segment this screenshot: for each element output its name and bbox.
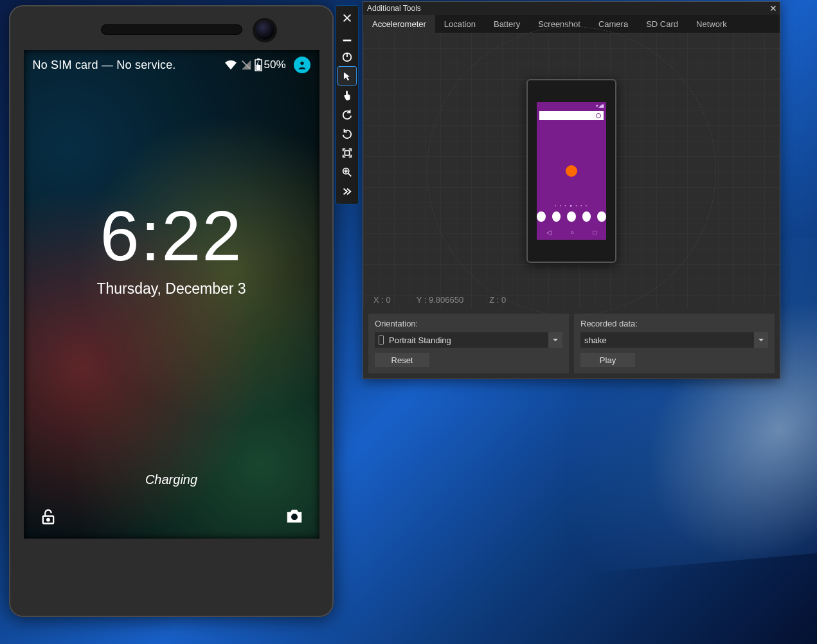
accel-y: Y : 9.806650 <box>417 295 464 305</box>
user-avatar-icon[interactable] <box>294 57 310 73</box>
toolbar-zoom-button[interactable] <box>338 163 356 181</box>
svg-line-13 <box>348 174 352 177</box>
orientation-phone-icon <box>379 335 384 344</box>
accelerometer-readout: X : 0 Y : 9.806650 Z : 0 <box>373 295 506 305</box>
orientation-dropdown[interactable]: Portrait Standing <box>375 332 562 348</box>
accelerometer-area[interactable]: ▾◢▮ • • • ● • • • ◁○□ X : 0 Y : 9.806650… <box>363 33 780 309</box>
accelerometer-phone[interactable]: ▾◢▮ • • • ● • • • ◁○□ <box>526 79 616 263</box>
svg-rect-11 <box>345 150 349 155</box>
battery-percent: 50% <box>264 58 285 71</box>
svg-point-6 <box>47 519 49 521</box>
toolbar-power-button[interactable] <box>338 48 356 66</box>
toolbar-rotate-left-button[interactable] <box>338 105 356 123</box>
mini-status-bar: ▾◢▮ <box>537 102 606 110</box>
wifi-icon <box>224 59 238 71</box>
accelerometer-phone-screen: ▾◢▮ • • • ● • • • ◁○□ <box>537 102 606 240</box>
mini-search-bar <box>539 111 604 120</box>
panel-title-label: Additional Tools <box>367 4 421 13</box>
status-text: No SIM card — No service. <box>33 58 176 72</box>
accel-z: Z : 0 <box>489 295 506 305</box>
accel-x: X : 0 <box>373 295 391 305</box>
toolbar-rotate-right-button[interactable] <box>338 125 356 143</box>
svg-point-7 <box>291 514 298 520</box>
recorded-data-play-button[interactable]: Play <box>580 353 635 367</box>
tab-accelerometer[interactable]: Accelerometer <box>363 15 435 33</box>
recorded-data-subpanel: Recorded data: shake Play <box>574 314 775 373</box>
device-screen[interactable]: No SIM card — No service. 50% 6:22 Thurs… <box>24 50 319 539</box>
camera-shortcut-icon[interactable] <box>285 508 304 528</box>
panel-close-button[interactable]: ✕ <box>769 3 777 13</box>
recorded-data-dropdown[interactable]: shake <box>580 332 768 348</box>
mini-hotseat <box>537 211 606 222</box>
recorded-data-value: shake <box>584 335 607 345</box>
recorded-data-label: Recorded data: <box>580 319 768 328</box>
svg-rect-2 <box>257 58 260 60</box>
charging-label: Charging <box>24 472 319 487</box>
battery-icon <box>255 58 262 71</box>
svg-point-4 <box>300 62 303 65</box>
orientation-label: Orientation: <box>375 319 562 328</box>
panel-titlebar[interactable]: Additional Tools ✕ <box>363 2 780 15</box>
toolbar-multi-touch-button[interactable] <box>338 86 356 104</box>
toolbar-close-button[interactable] <box>338 9 356 27</box>
clock-time: 6:22 <box>24 195 319 276</box>
tab-battery[interactable]: Battery <box>485 15 529 33</box>
tab-location[interactable]: Location <box>435 15 485 33</box>
tab-network[interactable]: Network <box>687 15 736 33</box>
panel-bottom-row: Orientation: Portrait Standing Reset Rec… <box>363 309 780 379</box>
svg-rect-8 <box>343 40 352 42</box>
unlock-icon[interactable] <box>39 508 57 528</box>
android-status-bar[interactable]: No SIM card — No service. 50% <box>24 57 319 73</box>
lockscreen-clock: 6:22 Thursday, December 3 <box>24 195 319 298</box>
mini-page-indicator: • • • ● • • • <box>537 204 606 208</box>
emulator-toolbar <box>336 5 359 204</box>
orientation-subpanel: Orientation: Portrait Standing Reset <box>368 314 569 373</box>
mini-nav-bar: ◁○□ <box>537 229 606 236</box>
toolbar-more-tools-button[interactable] <box>338 183 356 201</box>
clock-date: Thursday, December 3 <box>24 280 319 298</box>
accelerometer-ball-icon <box>566 165 577 177</box>
orientation-value: Portrait Standing <box>389 335 451 345</box>
cellular-signal-icon <box>240 59 252 71</box>
chevron-down-icon[interactable] <box>754 332 768 348</box>
toolbar-single-point-button[interactable] <box>338 67 356 85</box>
device-speaker-grille <box>101 24 242 35</box>
toolbar-minimize-button[interactable] <box>338 28 356 46</box>
additional-tools-panel: Additional Tools ✕ Accelerometer Locatio… <box>363 1 780 379</box>
tab-sd-card[interactable]: SD Card <box>637 15 687 33</box>
toolbar-fit-screen-button[interactable] <box>338 144 356 162</box>
orientation-reset-button[interactable]: Reset <box>375 353 429 367</box>
device-front-camera <box>255 21 274 40</box>
chevron-down-icon[interactable] <box>548 332 562 348</box>
emulator-device-frame: No SIM card — No service. 50% 6:22 Thurs… <box>9 5 334 617</box>
